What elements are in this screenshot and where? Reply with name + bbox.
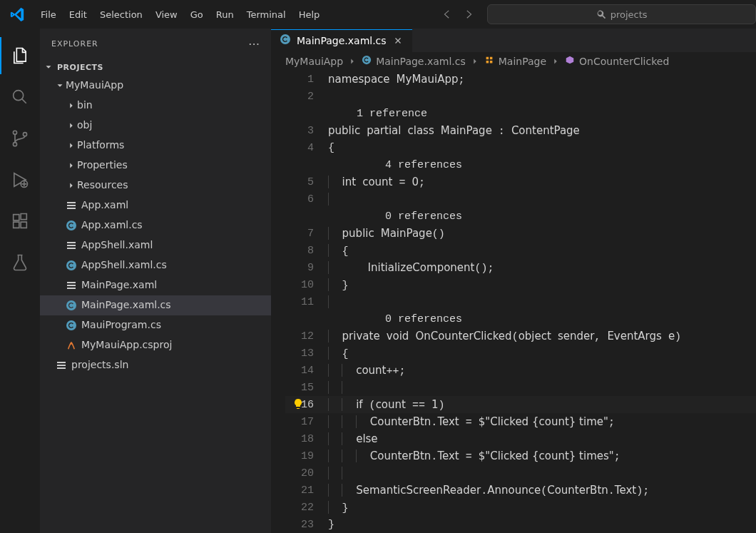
- search-text: projects: [611, 9, 648, 20]
- chevron-right-icon: [66, 180, 77, 191]
- chevron-down-icon: [43, 61, 54, 73]
- csharp-file-icon: [64, 260, 78, 271]
- codelens[interactable]: 0 references: [328, 313, 462, 325]
- tree-label: AppShell.xaml: [81, 238, 153, 253]
- files-icon: [10, 46, 30, 66]
- lightbulb-icon[interactable]: [292, 398, 304, 410]
- breadcrumb-item[interactable]: MainPage.xaml.cs: [362, 55, 466, 67]
- tree-folder[interactable]: Resources: [40, 176, 271, 196]
- tree-file[interactable]: projects.sln: [40, 355, 271, 375]
- extensions-icon: [10, 211, 30, 231]
- tree-label: App.xaml: [81, 198, 128, 213]
- menu-edit[interactable]: Edit: [63, 4, 93, 26]
- tree-label: Properties: [77, 158, 128, 173]
- search-input[interactable]: projects: [487, 4, 756, 24]
- tree-folder[interactable]: Platforms: [40, 136, 271, 156]
- tree-folder[interactable]: bin: [40, 96, 271, 116]
- nav-arrows: [440, 8, 476, 21]
- chevron-right-icon: [66, 160, 77, 171]
- tree-label: MyMauiApp: [66, 78, 123, 93]
- tree-label: Platforms: [77, 138, 124, 153]
- chevron-right-icon: [347, 56, 357, 66]
- vscode-icon: [10, 7, 24, 21]
- vscode-logo: [0, 7, 34, 21]
- menu-terminal[interactable]: Terminal: [240, 4, 292, 26]
- explorer-sidebar: EXPLORER ⋯ PROJECTS MyMauiApp bin obj Pl…: [40, 29, 271, 533]
- tab-bar: MainPage.xaml.cs: [271, 29, 756, 52]
- nav-forward-icon[interactable]: [463, 8, 476, 21]
- tree-label: AppShell.xaml.cs: [81, 258, 167, 273]
- nav-back-icon[interactable]: [440, 8, 453, 21]
- tree-label: obj: [77, 118, 92, 133]
- codelens[interactable]: 1 reference: [328, 108, 427, 120]
- code-editor[interactable]: 1namespace MyMauiApp; 2 1 reference 3pub…: [271, 71, 756, 533]
- tree-folder-root[interactable]: MyMauiApp: [40, 76, 271, 96]
- section-header[interactable]: PROJECTS: [40, 59, 271, 76]
- section-label: PROJECTS: [57, 63, 103, 72]
- breadcrumb-item[interactable]: MyMauiApp: [285, 56, 343, 67]
- menu-run[interactable]: Run: [210, 4, 240, 26]
- tree-label: App.xaml.cs: [81, 218, 143, 233]
- chevron-right-icon: [66, 140, 77, 151]
- xaml-file-icon: [64, 240, 78, 251]
- csharp-file-icon: [280, 34, 291, 47]
- csharp-file-icon: [64, 320, 78, 331]
- activity-search[interactable]: [0, 78, 40, 116]
- search-icon: [10, 87, 30, 107]
- tree-folder[interactable]: obj: [40, 116, 271, 136]
- xaml-file-icon: [64, 200, 78, 211]
- tree-label: MauiProgram.cs: [81, 318, 161, 333]
- sidebar-header: EXPLORER ⋯: [40, 29, 271, 59]
- tree-file[interactable]: MauiProgram.cs: [40, 315, 271, 335]
- menu-help[interactable]: Help: [292, 4, 327, 26]
- tree-file[interactable]: AppShell.xaml.cs: [40, 255, 271, 275]
- sln-file-icon: [54, 360, 68, 371]
- codelens[interactable]: 4 references: [328, 159, 462, 171]
- tree-label: MainPage.xaml.cs: [81, 298, 171, 313]
- csproj-file-icon: [64, 340, 78, 351]
- tree-file[interactable]: MainPage.xaml: [40, 275, 271, 295]
- chevron-right-icon: [66, 100, 77, 111]
- tree-folder[interactable]: Properties: [40, 156, 271, 176]
- menu-go[interactable]: Go: [184, 4, 210, 26]
- tree-file[interactable]: App.xaml.cs: [40, 215, 271, 235]
- debug-icon: [10, 170, 30, 190]
- tree-file-selected[interactable]: MainPage.xaml.cs: [40, 295, 271, 315]
- main-area: EXPLORER ⋯ PROJECTS MyMauiApp bin obj Pl…: [0, 29, 756, 533]
- tree-label: bin: [77, 98, 93, 113]
- tree-file[interactable]: MyMauiApp.csproj: [40, 335, 271, 355]
- menu-file[interactable]: File: [34, 4, 63, 26]
- breadcrumb-item[interactable]: MainPage: [484, 55, 546, 67]
- file-tree: MyMauiApp bin obj Platforms Properties R…: [40, 76, 271, 375]
- tree-label: Resources: [77, 178, 128, 193]
- activity-debug[interactable]: [0, 161, 40, 198]
- chevron-right-icon: [470, 56, 480, 66]
- tree-label: MyMauiApp.csproj: [81, 338, 172, 352]
- activity-test[interactable]: [0, 244, 40, 281]
- branch-icon: [10, 128, 30, 148]
- chevron-right-icon: [551, 56, 561, 66]
- chevron-right-icon: [66, 120, 77, 131]
- more-icon[interactable]: ⋯: [248, 37, 260, 51]
- csharp-file-icon: [64, 300, 78, 311]
- menu-view[interactable]: View: [149, 4, 184, 26]
- tree-file[interactable]: AppShell.xaml: [40, 235, 271, 255]
- svg-point-0: [14, 91, 24, 101]
- codelens[interactable]: 0 references: [328, 210, 462, 223]
- close-icon[interactable]: [392, 35, 404, 46]
- activity-explorer[interactable]: [0, 37, 40, 74]
- search-icon: [596, 9, 606, 19]
- editor-area: MainPage.xaml.cs MyMauiApp MainPage.xaml…: [271, 29, 756, 533]
- activity-scm[interactable]: [0, 120, 40, 157]
- menu-selection[interactable]: Selection: [93, 4, 149, 26]
- method-icon: [565, 55, 575, 67]
- csharp-file-icon: [64, 220, 78, 231]
- tab-active[interactable]: MainPage.xaml.cs: [271, 29, 412, 52]
- tree-label: MainPage.xaml: [81, 278, 157, 293]
- sidebar-title: EXPLORER: [51, 39, 98, 49]
- breadcrumb-item[interactable]: OnCounterClicked: [565, 55, 669, 67]
- tree-label: projects.sln: [71, 358, 128, 372]
- activity-extensions[interactable]: [0, 203, 40, 240]
- class-icon: [484, 55, 494, 67]
- tree-file[interactable]: App.xaml: [40, 196, 271, 215]
